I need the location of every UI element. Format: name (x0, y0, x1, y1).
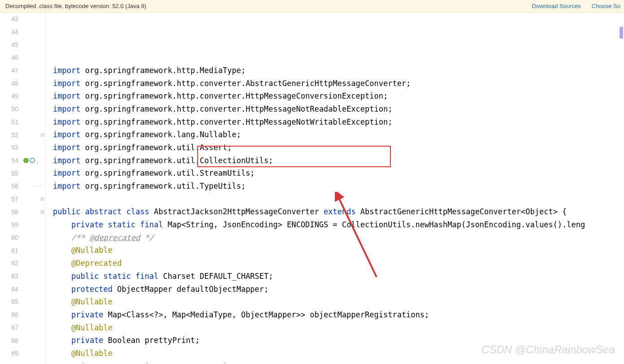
code-line[interactable]: import org.springframework.lang.Nullable… (53, 128, 624, 141)
line-number: 51 (0, 116, 45, 129)
line-number: 44 (0, 26, 45, 39)
line-number: 68 (0, 334, 45, 347)
code-line[interactable]: /** @deprecated */ (53, 231, 624, 244)
method-separator (33, 186, 42, 186)
line-number: 52⊟ (0, 128, 45, 141)
code-line[interactable]: private static final Map<String, JsonEnc… (53, 218, 624, 231)
line-number: 47 (0, 64, 45, 77)
line-number: 50 (0, 103, 45, 116)
line-number-gutter: 43444546474849505152⊟5354555657⊞58⊞59606… (0, 13, 46, 363)
code-line[interactable]: import org.springframework.util.Assert; (53, 141, 624, 154)
code-line[interactable]: @Nullable (53, 321, 624, 334)
spring-bean-icon[interactable] (23, 158, 29, 163)
override-icon[interactable] (30, 158, 35, 163)
line-number: 48 (0, 77, 45, 90)
code-line[interactable]: import org.springframework.http.converte… (53, 77, 624, 90)
code-line[interactable]: import org.springframework.http.converte… (53, 103, 624, 116)
code-line[interactable]: @Nullable (53, 347, 624, 360)
code-line[interactable]: import org.springframework.util.Collecti… (53, 154, 624, 167)
code-line[interactable]: public static final Charset DEFAULT_CHAR… (53, 270, 624, 283)
line-number: 61 (0, 244, 45, 257)
code-line[interactable]: private PrettyPrinter ssePrettyPrinter; (53, 360, 624, 363)
line-number: 64 (0, 282, 45, 295)
scroll-mark (620, 27, 623, 39)
line-number: 63 (0, 270, 45, 283)
code-line[interactable]: @Deprecated (53, 257, 624, 270)
line-number: 67 (0, 321, 45, 334)
fold-expand-icon[interactable]: ⊞ (40, 209, 44, 214)
notification-actions: Download Sources Choose So (532, 3, 624, 9)
line-number: 46 (0, 51, 45, 64)
line-number: 56 (0, 180, 45, 193)
notification-text: Decompiled .class file, bytecode version… (5, 3, 146, 9)
code-line[interactable]: public abstract class AbstractJackson2Ht… (53, 205, 624, 218)
code-line[interactable]: private Map<Class<?>, Map<MediaType, Obj… (53, 308, 624, 321)
code-line[interactable]: @Nullable (53, 244, 624, 257)
choose-sources-link[interactable]: Choose So (592, 3, 620, 9)
code-line[interactable]: import org.springframework.util.TypeUtil… (53, 180, 624, 193)
fold-expand-icon[interactable]: ⊞ (40, 196, 44, 201)
code-line[interactable]: import org.springframework.http.converte… (53, 116, 624, 129)
code-line[interactable]: import org.springframework.http.converte… (53, 90, 624, 103)
code-line[interactable] (53, 193, 624, 206)
inherited-icon[interactable] (36, 158, 40, 163)
line-number: 59 (0, 218, 45, 231)
line-number: 65 (0, 295, 45, 308)
code-line[interactable]: @Nullable (53, 295, 624, 308)
code-editor[interactable]: 43444546474849505152⊟5354555657⊞58⊞59606… (0, 13, 624, 363)
line-number: 60 (0, 231, 45, 244)
scroll-indicator[interactable] (619, 13, 624, 364)
line-number: 53 (0, 141, 45, 154)
code-line[interactable]: import org.springframework.http.MediaTyp… (53, 64, 624, 77)
code-line[interactable]: import org.springframework.util.StreamUt… (53, 167, 624, 180)
fold-collapse-icon[interactable]: ⊟ (40, 132, 44, 137)
line-number: 66 (0, 308, 45, 321)
code-content[interactable]: import org.springframework.http.MediaTyp… (46, 13, 624, 363)
line-number: 49 (0, 90, 45, 103)
code-line[interactable]: protected ObjectMapper defaultObjectMapp… (53, 283, 624, 296)
line-number: 62 (0, 257, 45, 270)
class-gutter-icons[interactable] (23, 158, 40, 163)
line-number: 45 (0, 38, 45, 51)
line-number: 55 (0, 167, 45, 180)
line-number: 57⊞ (0, 193, 45, 206)
code-line[interactable]: private Boolean prettyPrint; (53, 334, 624, 347)
line-number: 54 (0, 154, 45, 167)
decompiled-notification-bar: Decompiled .class file, bytecode version… (0, 0, 624, 13)
line-number: 58⊞ (0, 205, 45, 218)
line-number: 69 (0, 347, 45, 360)
line-number: 43 (0, 13, 45, 26)
download-sources-link[interactable]: Download Sources (532, 3, 581, 9)
